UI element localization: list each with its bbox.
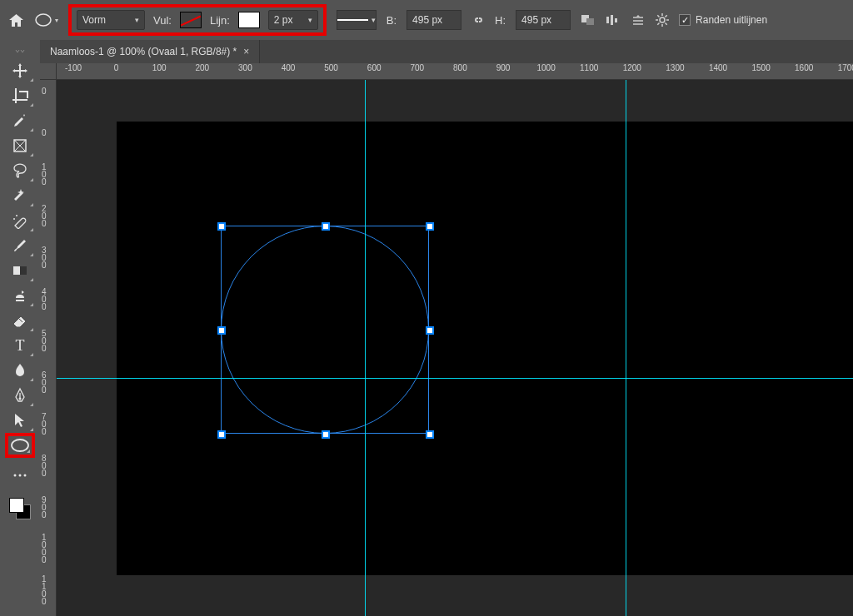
ellipse-tool-preview-icon[interactable]: ▾ — [34, 12, 58, 27]
svg-rect-5 — [615, 18, 617, 22]
svg-point-25 — [12, 440, 28, 451]
ruler-h-tick: -100 — [65, 63, 82, 72]
stroke-width-value: 2 px — [274, 14, 293, 26]
transform-handle[interactable] — [426, 430, 434, 439]
vertical-ruler[interactable]: 001 0 02 0 03 0 04 0 05 0 06 0 07 0 08 0… — [40, 80, 57, 616]
width-label: B: — [387, 14, 397, 27]
link-dimensions-icon[interactable] — [471, 14, 485, 26]
close-icon[interactable]: × — [243, 46, 249, 57]
transform-handle[interactable] — [217, 430, 226, 439]
transform-handle[interactable] — [217, 222, 226, 231]
svg-point-19 — [13, 218, 15, 220]
healing-brush-tool[interactable] — [5, 208, 35, 233]
svg-rect-3 — [606, 17, 609, 23]
svg-rect-4 — [611, 15, 613, 25]
ruler-h-tick: 800 — [453, 63, 467, 72]
height-field[interactable]: 495 px — [516, 10, 571, 30]
fill-swatch[interactable] — [180, 12, 202, 28]
document-tab[interactable]: Naamloos-1 @ 100% (Ovaal 1, RGB/8#) * × — [40, 40, 260, 63]
height-value: 495 px — [521, 14, 551, 26]
move-tool[interactable] — [5, 58, 35, 83]
arrange-icon[interactable] — [631, 14, 646, 26]
ruler-h-tick: 1300 — [666, 63, 684, 72]
ruler-h-tick: 500 — [324, 63, 338, 72]
svg-line-11 — [657, 15, 659, 17]
svg-point-0 — [36, 14, 51, 26]
ruler-h-tick: 400 — [282, 63, 296, 72]
stroke-width-select[interactable]: 2 px ▾ — [268, 10, 318, 30]
foreground-color-swatch[interactable] — [9, 498, 24, 513]
width-field[interactable]: 495 px — [407, 10, 461, 30]
stroke-swatch[interactable] — [238, 12, 260, 28]
vertical-guide[interactable] — [626, 80, 626, 616]
ruler-h-tick: 900 — [496, 63, 511, 72]
ruler-h-tick: 1200 — [623, 63, 641, 72]
path-operations-icon[interactable] — [581, 14, 596, 26]
ruler-h-tick: 1700 — [838, 63, 853, 72]
gear-icon[interactable] — [656, 13, 669, 27]
horizontal-guide[interactable] — [57, 378, 853, 379]
align-edges-checkbox[interactable]: Randen uitlijnen — [679, 14, 767, 26]
ruler-v-tick: 1 1 0 0 — [42, 575, 55, 605]
align-edges-label: Randen uitlijnen — [696, 14, 767, 26]
eraser-tool[interactable] — [5, 308, 35, 333]
chevron-down-icon: ▾ — [372, 16, 376, 24]
clone-stamp-tool[interactable] — [5, 283, 35, 308]
ruler-v-tick: 7 0 0 — [42, 413, 55, 435]
ruler-h-tick: 1600 — [795, 63, 813, 72]
height-label: H: — [495, 14, 506, 27]
options-highlight-box: Vorm ▾ Vul: Lijn: 2 px ▾ — [68, 4, 327, 36]
path-selection-tool[interactable] — [5, 408, 35, 433]
gradient-tool[interactable] — [5, 258, 35, 283]
type-tool[interactable]: T — [5, 333, 35, 358]
foreground-background-swatches[interactable] — [9, 498, 31, 519]
ruler-h-tick: 1500 — [751, 63, 770, 72]
ruler-v-tick: 4 0 0 — [42, 288, 55, 310]
stroke-label: Lijn: — [210, 14, 230, 27]
ruler-v-tick: 1 0 0 — [42, 163, 55, 186]
ruler-h-tick: 1100 — [580, 63, 598, 72]
canvas-area[interactable] — [57, 80, 853, 616]
tool-mode-select[interactable]: Vorm ▾ — [77, 10, 145, 30]
svg-point-18 — [16, 215, 17, 216]
horizontal-ruler[interactable]: -100010020030040050060070080090010001100… — [57, 63, 853, 80]
transform-handle[interactable] — [322, 430, 330, 439]
eyedropper-tool[interactable] — [5, 108, 35, 133]
brush-tool[interactable] — [5, 233, 35, 258]
ruler-h-tick: 100 — [152, 63, 167, 72]
ruler-v-tick: 0 — [42, 129, 55, 137]
selection-bounding-box[interactable] — [221, 226, 429, 434]
chevron-down-icon: ▾ — [308, 16, 312, 24]
svg-point-28 — [24, 474, 27, 477]
frame-tool[interactable] — [5, 133, 35, 158]
stroke-style-select[interactable]: ▾ — [337, 10, 377, 30]
more-tools[interactable] — [5, 463, 35, 488]
lasso-tool[interactable] — [5, 158, 35, 183]
ruler-h-tick: 300 — [238, 63, 252, 72]
align-icon[interactable] — [606, 14, 621, 26]
vertical-guide[interactable] — [365, 80, 366, 616]
ruler-v-tick: 1 0 0 0 — [42, 534, 55, 564]
chevron-down-icon: ▾ — [135, 16, 139, 24]
ruler-origin-corner[interactable] — [40, 63, 57, 80]
ruler-h-tick: 600 — [367, 63, 382, 72]
svg-point-6 — [660, 17, 665, 22]
svg-rect-2 — [586, 18, 594, 25]
transform-handle[interactable] — [426, 222, 434, 231]
smudge-tool[interactable] — [5, 358, 35, 383]
home-icon[interactable] — [8, 13, 24, 27]
crop-tool[interactable] — [5, 83, 35, 108]
transform-handle[interactable] — [322, 222, 330, 231]
magic-wand-tool[interactable] — [5, 183, 35, 208]
svg-point-27 — [19, 474, 22, 477]
svg-text:T: T — [16, 337, 25, 354]
transform-handle[interactable] — [217, 326, 226, 335]
pen-tool[interactable] — [5, 383, 35, 408]
transform-handle[interactable] — [426, 326, 434, 335]
svg-line-12 — [666, 23, 667, 25]
svg-rect-21 — [13, 266, 20, 275]
ruler-h-tick: 700 — [410, 63, 424, 72]
ellipse-shape-tool[interactable] — [5, 433, 35, 458]
tool-mode-value: Vorm — [82, 14, 106, 26]
toolbar-expand-handle[interactable] — [0, 48, 40, 55]
